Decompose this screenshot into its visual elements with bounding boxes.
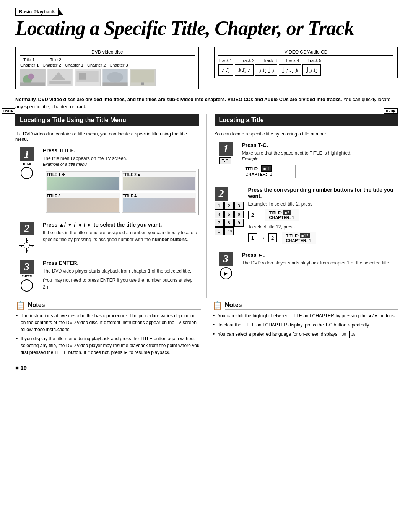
key-2b: 2 [268,233,277,242]
arrow-then: → [260,235,266,242]
notes-right: 📋 Notes You can shift the highlight betw… [212,302,398,358]
right-section-header: Locating a Title [215,114,398,126]
svg-rect-3 [20,83,45,86]
dvd-title1: Title 1 [23,57,35,62]
title-cell-3-img [47,198,119,212]
step1-example-label: Example of a title menu [43,162,199,166]
num-btn-9[interactable]: 9 [234,219,244,227]
rstep3-title: Press ►. [242,252,398,258]
svg-rect-14 [131,70,154,83]
title-cell-2-img [123,177,195,190]
notes-left-title: Notes [28,302,201,310]
title-disp-1-chapter: CHAPTER: 1 [269,215,295,220]
num-btn-3[interactable]: 3 [234,202,244,210]
step2-content: Press ▲/ ▼ / ◄ / ► to select the title y… [43,222,199,243]
num-btn-4[interactable]: 4 [215,211,224,218]
num-btn-8[interactable]: 8 [224,219,234,227]
step3-content: Press ENTER. The DVD video player starts… [43,260,199,290]
dvd-ch1: Chapter 1 [20,63,39,67]
step3-title: Press ENTER. [43,260,199,266]
step1-title: Press TITLE. [43,147,199,153]
press-seq-12: 1 → 2 TITLE: ■12 CHAPTER: 1 [248,232,398,244]
dvd-thumb-1 [20,69,46,86]
notes-right-icon: 📋 [212,302,223,310]
svg-point-11 [107,72,123,83]
dvd-thumb-5 [130,69,156,86]
cd-track3: Track 3 [263,58,277,63]
breadcrumb-text: Basic Playback [15,8,59,16]
title-disp-1-title: TITLE: ■2 [269,211,295,215]
left-section-title: Locating a Title Using the Title Menu [20,117,126,124]
diagram-section: DVD video disc Title 1 Title 2 Chapter 1… [15,47,398,89]
dvd-badge-right: DVD▶ [384,108,398,114]
rstep1-title-label: TITLE: [246,166,259,171]
num-btn-7[interactable]: 7 [215,219,224,227]
num-btn-plus10[interactable]: +10 [224,227,234,235]
breadcrumb-bar: Basic Playback [15,8,398,16]
rstep1-chapter-row: CHAPTER: 1 [246,172,292,176]
right-section-title: Locating a Title [219,117,264,124]
right-step-2: 2 1 2 3 4 5 6 7 8 9 0 +10 Press the corr… [215,187,398,246]
svg-rect-12 [102,83,127,86]
dvd-ch4: Chapter 2 [87,63,106,67]
rstep1-title: Press T-C. [242,142,398,148]
step3-desc1: The DVD video player starts playback fro… [43,268,199,274]
num-buttons-grid: 1 2 3 4 5 6 7 8 9 0 +10 [215,202,244,235]
num-btn-2[interactable]: 2 [224,202,234,210]
rstep1-chapter-label: CHAPTER: [246,172,267,176]
title-cell-4-label: TITLE 4 [123,194,195,198]
num-btn-5[interactable]: 5 [224,211,234,218]
note-right-2: To clear the TITLE and CHAPTER display, … [212,321,398,328]
title-cell-3-label: TITLE 3 ··· [47,194,119,198]
cd-diagram-label: VIDEO CD/Audio CD [218,49,393,56]
dvd-ch5: Chapter 3 [109,63,128,67]
step3-icon-circle [21,279,33,292]
step2-bold: number buttons [152,237,187,242]
num-btn-0[interactable]: 0 [215,227,224,235]
step1-icon-circle [21,167,33,179]
key-1: 1 [248,233,257,242]
rstep1-num: 1 [219,142,233,156]
num-btn-6[interactable]: 6 [234,211,244,218]
title-disp-2-title: TITLE: ■12 [286,233,312,238]
rstep1-example-label: Example [242,157,398,161]
right-column: DVD▶ Locating a Title You can locate a s… [207,114,398,286]
notes-right-header: 📋 Notes [212,302,398,310]
title-cell-2: TITLE 2 ▶ [122,171,196,191]
step2-num: 2 [20,222,34,235]
rstep2-num: 2 [215,187,228,201]
title-display-2: TITLE: ■12 CHAPTER: 1 [282,232,316,244]
svg-rect-15 [141,83,144,86]
notes-left-header: 📋 Notes [15,302,201,310]
title-cell-1-img [47,177,119,190]
step3-desc2: (You may not need to press ENTER if you … [43,277,199,290]
left-step-1: 1 TITLE Press TITLE. The title menu appe… [15,147,199,215]
notes-right-title: Notes [225,302,398,310]
dvd-thumb-2 [47,69,73,86]
note-left-1: The instructions above describe the basi… [15,312,201,333]
cd-track5: Track 5 [307,58,321,63]
dvd-badge-left: DVD▶ [2,108,15,114]
page-title: Locating a Specific Title, Chapter, or T… [15,17,398,39]
rstep3-content: Press ►. The DVD video player starts pla… [242,252,398,266]
rstep1-title-val: ■ 1 [261,165,272,172]
cd-diagram: VIDEO CD/Audio CD Track 1 Track 2 Track … [214,47,398,78]
dvd-diagram: DVD video disc Title 1 Title 2 Chapter 1… [15,47,199,89]
note-right-1: You can shift the highlight between TITL… [212,312,398,319]
left-step-2: 2 ▲ ▼ ◄ ► Press ▲/ ▼ / ◄ [15,222,199,254]
title-disp-2-chapter: CHAPTER: 1 [286,238,312,243]
page-number: ■ 19 [15,364,398,371]
cd-track2: Track 2 [241,58,254,63]
cd-music-icons: ♪♫ ♪♫♪ ♪♫♩♪ ♩♪♫♪ ♩♪♫ [218,64,393,76]
right-intro: You can locate a specific title by enter… [215,131,398,137]
rstep3-desc1: The DVD video player starts playback fro… [242,259,398,266]
step2-desc: If the titles in the title menu are assi… [43,229,199,243]
dvd-title2: Title 2 [50,57,62,62]
step2-dpad: ▲ ▼ ◄ ► [18,237,35,254]
title-menu-example: TITLE 1 ✤ TITLE 2 ▶ TITLE 3 ··· TITLE 4 [43,169,199,215]
num-btn-1[interactable]: 1 [215,202,224,210]
notes-left-icon: 📋 [15,302,26,310]
step3-icon-label: ENTER [21,274,32,278]
title-display-1: TITLE: ■2 CHAPTER: 1 [265,209,299,221]
page-ref-30: 30 [340,331,348,338]
